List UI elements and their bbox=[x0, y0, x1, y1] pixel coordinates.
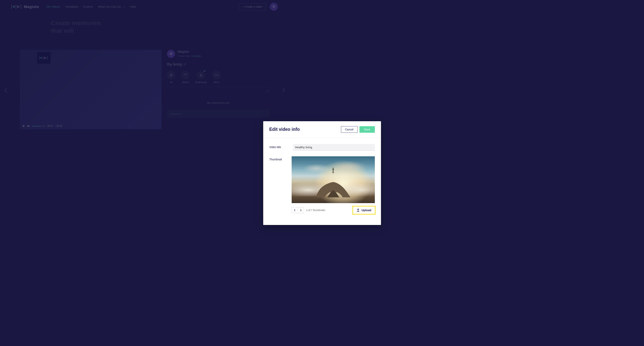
edit-video-modal: Edit video info Cancel Save Video title … bbox=[263, 121, 290, 173]
video-title-label: Video title bbox=[269, 144, 286, 149]
thumbnail-label: Thumbnail bbox=[269, 156, 285, 161]
modal-title: Edit video info bbox=[269, 127, 290, 132]
modal-overlay: Edit video info Cancel Save Video title … bbox=[0, 0, 289, 173]
